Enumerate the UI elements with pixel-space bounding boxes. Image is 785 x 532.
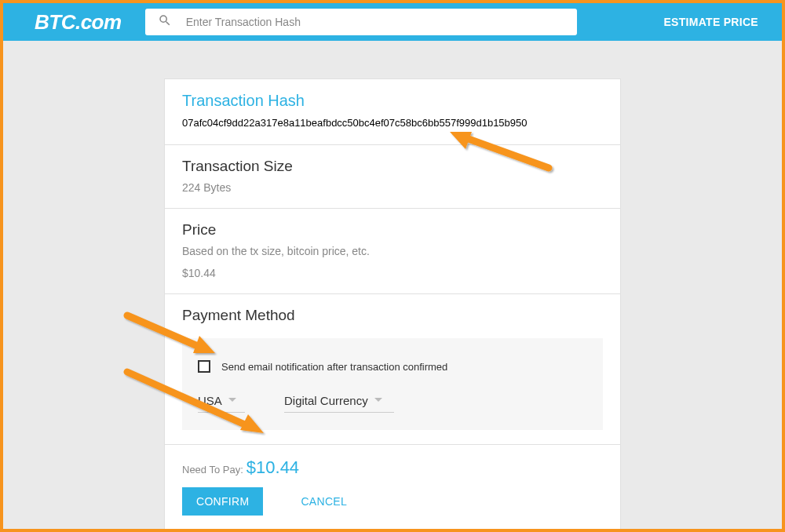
section-payment-method: Payment Method Send email notification a… [165,294,620,445]
payment-box: Send email notification after transactio… [182,338,603,430]
tx-size-title: Transaction Size [182,158,603,175]
chevron-down-icon [374,393,382,407]
logo: BTC.com [35,10,122,35]
email-checkbox-label: Send email notification after transactio… [221,361,447,373]
tx-size-value: 224 Bytes [182,181,603,194]
section-footer: Need To Pay: $10.44 CONFIRM CANCEL [165,445,620,529]
search-icon [153,13,186,31]
tx-hash-value: 07afc04cf9dd22a317e8a11beafbdcc50bc4ef07… [182,116,603,130]
email-notification-row: Send email notification after transactio… [198,360,587,373]
email-checkbox[interactable] [198,360,210,373]
price-title: Price [182,221,603,239]
section-tx-hash: Transaction Hash 07afc04cf9dd22a317e8a11… [165,79,620,145]
section-price: Price Based on the tx size, bitcoin pric… [165,209,620,294]
app-header: BTC.com ESTIMATE PRICE [3,3,782,41]
payment-title: Payment Method [182,307,603,324]
country-select-value: USA [198,394,222,407]
need-pay-label: Need To Pay: [182,464,243,476]
confirm-button[interactable]: CONFIRM [182,487,263,516]
section-tx-size: Transaction Size 224 Bytes [165,145,620,209]
method-select-value: Digital Currency [284,394,368,407]
price-value: $10.44 [182,267,603,279]
tx-hash-title: Transaction Hash [182,92,603,110]
country-select[interactable]: USA [198,393,245,413]
cancel-button[interactable]: CANCEL [301,495,347,508]
price-desc: Based on the tx size, bitcoin price, etc… [182,245,603,257]
search-bar[interactable] [145,9,577,35]
transaction-card: Transaction Hash 07afc04cf9dd22a317e8a11… [164,78,621,529]
need-pay-amount: $10.44 [246,457,299,478]
chevron-down-icon [228,393,236,407]
search-input[interactable] [186,16,569,28]
method-select[interactable]: Digital Currency [284,393,394,413]
estimate-price-link[interactable]: ESTIMATE PRICE [663,16,758,28]
